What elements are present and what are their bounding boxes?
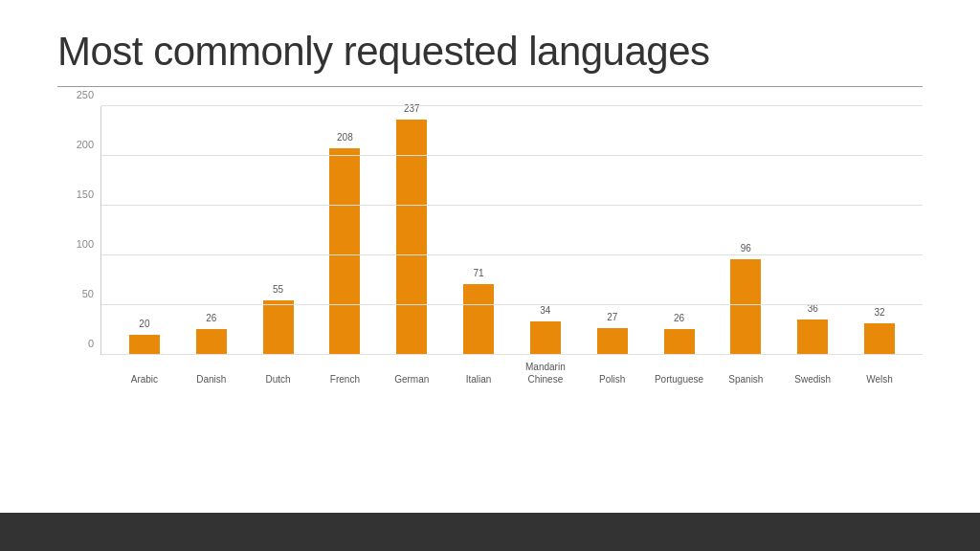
bar	[730, 259, 761, 355]
y-axis-label: 150	[63, 188, 94, 200]
bar-label: MandarinChinese	[519, 361, 571, 386]
grid-line	[101, 254, 923, 255]
main-content: Most commonly requested languages 20Arab…	[0, 0, 980, 513]
y-axis-label: 200	[63, 139, 94, 150]
bar	[329, 148, 360, 355]
y-axis-label: 50	[63, 288, 94, 299]
page-title: Most commonly requested languages	[57, 29, 923, 75]
bar-label: Swedish	[787, 373, 839, 386]
bar-group: 20Arabic	[111, 106, 178, 355]
bar-label: Arabic	[118, 373, 170, 386]
bar	[129, 335, 160, 355]
bars-container: 20Arabic26Danish55Dutch208French237Germa…	[101, 106, 923, 355]
grid-line	[101, 205, 923, 206]
grid-line	[101, 304, 923, 305]
bar-value-label: 34	[540, 305, 550, 316]
bar-group: 71Italian	[445, 106, 512, 355]
bar-group: 55Dutch	[245, 106, 312, 355]
grid-line	[101, 105, 923, 106]
bar	[530, 321, 561, 355]
y-axis-label: 100	[63, 238, 94, 250]
bar	[597, 328, 628, 355]
bar-value-label: 26	[674, 313, 684, 323]
grid-line	[101, 155, 923, 156]
bar-group: 96Spanish	[712, 106, 779, 355]
bar-label: German	[386, 373, 438, 386]
bar-group: 208French	[311, 106, 378, 355]
bar	[797, 320, 828, 355]
bar-value-label: 71	[473, 268, 483, 278]
bar-group: 26Danish	[178, 106, 245, 355]
bar-group: 27Polish	[579, 106, 646, 355]
footer-bar	[0, 513, 980, 551]
bar	[196, 329, 227, 355]
grid-line	[101, 354, 923, 355]
bar	[463, 284, 494, 355]
y-axis-label: 0	[63, 338, 94, 349]
bar-label: Polish	[586, 373, 638, 386]
bar-label: Dutch	[252, 373, 304, 386]
bar	[864, 323, 895, 355]
bar-group: 26Portuguese	[646, 106, 713, 355]
bar-label: Portuguese	[653, 373, 705, 386]
bar-label: Italian	[453, 373, 505, 386]
title-divider	[57, 86, 923, 87]
bar	[263, 300, 294, 355]
bar-label: Spanish	[720, 373, 772, 386]
bar-value-label: 26	[206, 313, 216, 323]
bar-value-label: 96	[741, 243, 751, 253]
bar-group: 34MandarinChinese	[512, 106, 579, 355]
bar-label: Welsh	[854, 373, 906, 386]
bar-label: Danish	[185, 373, 237, 386]
bar-value-label: 208	[337, 132, 353, 143]
bar-group: 237German	[378, 106, 445, 355]
y-axis-label: 250	[63, 89, 94, 100]
bar-value-label: 20	[139, 319, 149, 329]
chart-wrapper: 20Arabic26Danish55Dutch208French237Germa…	[57, 106, 923, 412]
bar-value-label: 32	[874, 307, 884, 318]
chart-container: 20Arabic26Danish55Dutch208French237Germa…	[57, 106, 923, 412]
bar-group: 36Swedish	[779, 106, 846, 355]
bar-label: French	[319, 373, 371, 386]
bar	[664, 329, 695, 355]
bar-value-label: 55	[273, 284, 283, 295]
bar-value-label: 27	[607, 312, 617, 322]
chart-area: 20Arabic26Danish55Dutch208French237Germa…	[100, 106, 923, 355]
bar-group: 32Welsh	[846, 106, 913, 355]
